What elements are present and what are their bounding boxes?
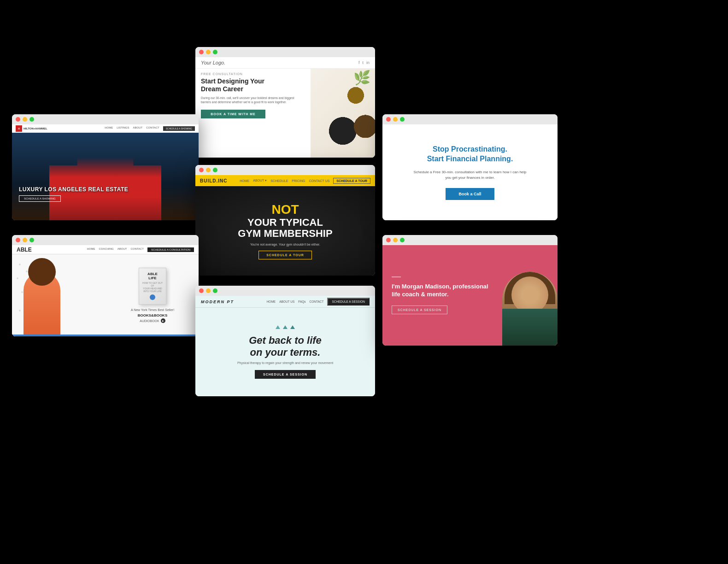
coaching-body: ABLELIFE HOW TO GET OUT OFYOUR HEAD ANDI… — [12, 254, 199, 336]
gym-nav: BUILD.INC HOME ABOUT ▾ SCHEDULE PRICING … — [195, 175, 375, 186]
close-dot[interactable] — [386, 117, 391, 122]
twitter-icon[interactable]: t — [362, 60, 364, 65]
gym-nav-home[interactable]: HOME — [240, 179, 249, 182]
career-free-label: FREE CONSULTATION — [201, 72, 305, 76]
coaching-nav: ABLE HOME COACHING ABOUT CONTACT SCHEDUL… — [12, 245, 199, 254]
schedule-showing-button[interactable]: SCHEDULE A SHOWING — [19, 195, 61, 202]
minimize-dot[interactable] — [206, 50, 211, 54]
pt-content: MODERN PT HOME ABOUT US FAQs CONTACT SCH… — [195, 296, 375, 396]
pt-description: Physical therapy to regain your strength… — [237, 361, 333, 364]
minimize-dot[interactable] — [206, 168, 211, 172]
minimize-dot[interactable] — [393, 238, 398, 242]
lifecoach-content: I'm Morgan Madison, professional life co… — [382, 245, 558, 346]
close-dot[interactable] — [16, 238, 20, 242]
gym-schedule-tour-button[interactable]: SCHEDULE A TOUR — [258, 251, 312, 259]
gym-headline-rest: YOUR TYPICALGYM MEMBERSHIP — [238, 217, 332, 239]
career-title: Start Designing Your Dream Career — [201, 77, 305, 93]
coaching-nav-links: HOME COACHING ABOUT CONTACT SCHEDULE A C… — [87, 247, 194, 252]
book-title: ABLELIFE — [147, 272, 158, 281]
gym-nav-about[interactable]: ABOUT ▾ — [253, 179, 267, 182]
realestate-headline: LUXURY LOS ANGELES REAL ESTATE — [19, 186, 128, 193]
audiobook-label: AUDIOBOOK — [140, 319, 159, 323]
play-icon[interactable]: ▶ — [161, 318, 165, 323]
finance-description: Schedule a Free 30-min. consultation wit… — [410, 170, 530, 181]
coaching-nav-home[interactable]: HOME — [87, 247, 95, 252]
close-dot[interactable] — [16, 117, 20, 122]
minimize-dot[interactable] — [206, 288, 211, 293]
close-dot[interactable] — [386, 238, 391, 242]
maximize-dot[interactable] — [213, 288, 217, 293]
pt-nav-about[interactable]: ABOUT US — [279, 300, 294, 303]
linkedin-icon[interactable]: in — [366, 60, 370, 65]
coaching-schedule-button[interactable]: SCHEDULE A CONSULTATION — [147, 247, 194, 252]
pt-logo: MODERN PT — [201, 300, 234, 304]
triangle-icon-2 — [283, 325, 288, 329]
gym-subtext: You're not average. Your gym shouldn't b… — [250, 243, 320, 246]
career-body: FREE CONSULTATION Start Designing Your D… — [195, 69, 375, 158]
finance-content: Stop Procrastinating. Start Financial Pl… — [382, 124, 558, 220]
maximize-dot[interactable] — [29, 238, 34, 242]
coaching-blue-bar — [12, 335, 199, 336]
nav-about[interactable]: ABOUT — [133, 126, 143, 131]
coaching-right-panel: ABLELIFE HOW TO GET OUT OFYOUR HEAD ANDI… — [113, 259, 192, 332]
pt-schedule-session-nav-button[interactable]: SCHEDULE A SESSION — [327, 298, 370, 306]
schedule-showing-nav-button[interactable]: SCHEDULE A SHOWING — [163, 126, 195, 131]
gym-body: NOT YOUR TYPICALGYM MEMBERSHIP You're no… — [195, 186, 375, 276]
maximize-dot[interactable] — [400, 238, 405, 242]
titlebar-gym — [195, 165, 375, 175]
realestate-content: H HILTON+HAMMEL HOME LISTINGS ABOUT CONT… — [12, 124, 199, 220]
career-cta-button[interactable]: BOOK A TIME WITH ME — [201, 110, 265, 118]
nav-listings[interactable]: LISTINGS — [117, 126, 129, 131]
maximize-dot[interactable] — [29, 117, 34, 122]
minimize-dot[interactable] — [393, 117, 398, 122]
book-circle-decoration — [150, 294, 155, 300]
minimize-dot[interactable] — [23, 117, 27, 122]
gym-nav-contact[interactable]: CONTACT US — [309, 179, 330, 182]
facebook-icon[interactable]: f — [358, 60, 360, 65]
pt-nav-home[interactable]: HOME — [267, 300, 276, 303]
pt-body: Get back to life on your terms. Physical… — [195, 308, 375, 396]
pt-window: MODERN PT HOME ABOUT US FAQs CONTACT SCH… — [195, 286, 375, 396]
nav-contact[interactable]: CONTACT — [146, 126, 159, 131]
close-dot[interactable] — [199, 168, 204, 172]
coaching-content: ABLE HOME COACHING ABOUT CONTACT SCHEDUL… — [12, 245, 199, 336]
logo-text: HILTON+HAMMEL — [23, 127, 47, 130]
pt-schedule-session-button[interactable]: SCHEDULE A SESSION — [255, 370, 316, 379]
realestate-nav: H HILTON+HAMMEL HOME LISTINGS ABOUT CONT… — [12, 124, 199, 133]
maximize-dot[interactable] — [213, 50, 217, 54]
pt-nav: MODERN PT HOME ABOUT US FAQs CONTACT SCH… — [195, 296, 375, 308]
career-description: During our 30-min. call, we'll uncover y… — [201, 96, 305, 104]
nav-home[interactable]: HOME — [105, 126, 113, 131]
lifecoach-window: I'm Morgan Madison, professional life co… — [382, 235, 558, 346]
close-dot[interactable] — [199, 50, 204, 54]
close-dot[interactable] — [199, 288, 204, 293]
titlebar-realestate — [12, 114, 199, 124]
lifecoach-schedule-session-button[interactable]: SCHEDULE A SESSION — [392, 306, 447, 314]
coaching-nav-about[interactable]: ABOUT — [117, 247, 127, 252]
realestate-background: LUXURY LOS ANGELES REAL ESTATE SCHEDULE … — [12, 133, 199, 220]
gym-logo: BUILD.INC — [200, 178, 228, 183]
audiobook-link[interactable]: AUDIOBOOK ▶ — [140, 318, 165, 323]
gym-headline: NOT YOUR TYPICALGYM MEMBERSHIP — [238, 202, 332, 239]
coaching-book: ABLELIFE HOW TO GET OUT OFYOUR HEAD ANDI… — [139, 268, 166, 305]
books-links[interactable]: BOOKS&BOOKS — [138, 313, 167, 317]
career-right-panel: 🌿 — [311, 69, 375, 158]
pt-nav-contact[interactable]: CONTACT — [310, 300, 324, 303]
maximize-dot[interactable] — [213, 168, 217, 172]
realestate-nav-links: HOME LISTINGS ABOUT CONTACT SCHEDULE A S… — [105, 126, 195, 131]
coaching-nav-coaching[interactable]: COACHING — [99, 247, 113, 252]
career-left-panel: FREE CONSULTATION Start Designing Your D… — [195, 69, 311, 158]
plant-icon: 🌿 — [353, 70, 370, 86]
gym-schedule-tour-nav-button[interactable]: SCHEDULE A TOUR — [333, 178, 370, 184]
realestate-window: H HILTON+HAMMEL HOME LISTINGS ABOUT CONT… — [12, 114, 199, 220]
gym-nav-schedule[interactable]: SCHEDULE — [270, 179, 288, 182]
career-coaching-window: Your Logo. f t in FREE CONSULTATION Star… — [195, 47, 375, 158]
maximize-dot[interactable] — [400, 117, 405, 122]
career-social-links: f t in — [358, 60, 370, 65]
gym-nav-pricing[interactable]: PRICING — [292, 179, 305, 182]
minimize-dot[interactable] — [23, 238, 27, 242]
finance-book-call-button[interactable]: Book a Call — [446, 188, 494, 200]
coaching-nav-contact[interactable]: CONTACT — [130, 247, 144, 252]
pt-nav-faq[interactable]: FAQs — [298, 300, 305, 303]
building-graphic — [12, 142, 199, 220]
